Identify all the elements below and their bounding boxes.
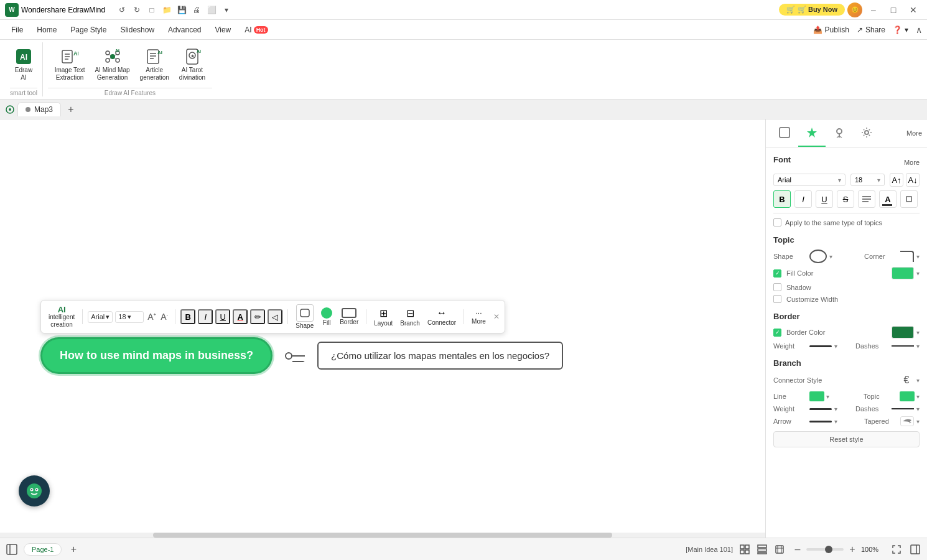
canvas[interactable]: AI intelligentcreation Arial ▾ 18 ▾ A+ A… bbox=[0, 119, 765, 538]
border-color-checkbox[interactable]: ✓ bbox=[773, 329, 781, 337]
font-selector[interactable]: Arial ▾ bbox=[88, 311, 113, 323]
font-size-up-button[interactable]: A+ bbox=[146, 312, 157, 322]
canvas-scrollbar[interactable] bbox=[0, 533, 765, 538]
dashes-selector[interactable]: ▾ bbox=[892, 343, 920, 350]
panel-italic-button[interactable]: I bbox=[794, 190, 812, 208]
zoom-minus-button[interactable]: – bbox=[791, 543, 804, 556]
zoom-plus-button[interactable]: + bbox=[846, 543, 859, 556]
edraw-ai-button[interactable]: AI EdrawAI bbox=[11, 45, 36, 84]
italic-button[interactable]: I bbox=[198, 309, 213, 324]
fill-button[interactable]: Fill bbox=[319, 306, 335, 327]
robot-assistant-button[interactable] bbox=[19, 475, 50, 506]
undo-button[interactable]: ↺ bbox=[115, 3, 129, 17]
panel-bold-button[interactable]: B bbox=[773, 190, 791, 208]
help-button[interactable]: ❓ ▾ bbox=[893, 26, 908, 34]
toolbar-close-button[interactable]: ✕ bbox=[493, 312, 500, 321]
panel-font-size-up[interactable]: A↑ bbox=[890, 173, 903, 187]
panel-underline-button[interactable]: U bbox=[816, 190, 833, 208]
mind-map-gen-button[interactable]: AI AI Mind MapGeneration bbox=[91, 45, 133, 84]
panel-align-button[interactable] bbox=[858, 190, 875, 208]
scrollbar-thumb[interactable] bbox=[153, 533, 612, 538]
print-button[interactable]: 🖨 bbox=[190, 3, 203, 17]
tab-add-button[interactable]: + bbox=[63, 102, 78, 117]
main-node[interactable]: How to use mind maps in business? bbox=[40, 337, 273, 374]
collapse-ribbon-button[interactable]: ∧ bbox=[916, 25, 922, 35]
highlight-button[interactable]: ✏ bbox=[250, 309, 265, 324]
article-gen-button[interactable]: AI Articlegeneration bbox=[136, 45, 173, 84]
underline-button[interactable]: U bbox=[215, 309, 230, 324]
panel-tab-shape[interactable] bbox=[771, 119, 798, 147]
share-button[interactable]: ↗ Share bbox=[857, 26, 885, 34]
shape-button[interactable]: Shape bbox=[293, 303, 316, 330]
corner-selector[interactable]: ▾ bbox=[900, 251, 920, 262]
font-size-selector[interactable]: 18 ▾ bbox=[115, 311, 144, 323]
menu-file[interactable]: File bbox=[5, 23, 29, 37]
ai-creation-button[interactable]: AI intelligentcreation bbox=[46, 304, 77, 330]
fullscreen-button[interactable] bbox=[890, 543, 903, 556]
border-button[interactable]: Border bbox=[337, 307, 361, 327]
menu-home[interactable]: Home bbox=[30, 23, 63, 37]
arrow-selector[interactable]: ▾ bbox=[809, 418, 837, 425]
menu-page-style[interactable]: Page Style bbox=[64, 23, 113, 37]
menu-advanced[interactable]: Advanced bbox=[162, 23, 207, 37]
grid-view-button[interactable] bbox=[738, 543, 752, 556]
reset-style-button[interactable]: Reset style bbox=[773, 431, 920, 447]
tab-map3[interactable]: Map3 bbox=[17, 102, 61, 116]
panel-more-label[interactable]: More bbox=[906, 119, 922, 147]
maximize-button[interactable]: □ bbox=[885, 1, 902, 19]
zoom-slider-thumb[interactable] bbox=[825, 546, 832, 553]
panel-font-dropdown[interactable]: Arial ▾ bbox=[773, 174, 845, 186]
panel-tab-geo[interactable] bbox=[826, 119, 853, 147]
border-color-swatch[interactable] bbox=[892, 326, 914, 338]
border-color-arrow[interactable]: ▾ bbox=[916, 329, 920, 336]
panel-tab-ai[interactable] bbox=[798, 119, 826, 147]
topic-color-selector[interactable]: ▾ bbox=[900, 391, 920, 401]
fill-color-arrow[interactable]: ▾ bbox=[916, 270, 920, 277]
publish-button[interactable]: 📤 Publish bbox=[813, 26, 849, 34]
weight-selector[interactable]: ▾ bbox=[809, 343, 837, 350]
menu-ai[interactable]: AI Hot bbox=[238, 23, 274, 37]
new-button[interactable]: □ bbox=[145, 3, 159, 17]
secondary-node[interactable]: ¿Cómo utilizar los mapas mentales en los… bbox=[317, 342, 563, 370]
shape-selector[interactable]: ▾ bbox=[809, 250, 832, 263]
customize-width-checkbox[interactable] bbox=[773, 295, 781, 303]
apply-same-type-checkbox[interactable] bbox=[773, 218, 781, 226]
connector-button[interactable]: ↔ Connector bbox=[425, 306, 459, 327]
tapered-selector[interactable]: ▾ bbox=[900, 416, 920, 426]
tarot-button[interactable]: ★ AI AI Tarotdivination bbox=[175, 45, 209, 84]
list-view-button[interactable] bbox=[755, 543, 769, 556]
branch-dashes-selector[interactable]: ▾ bbox=[892, 406, 920, 413]
font-more-button[interactable]: More bbox=[904, 159, 920, 166]
minimize-button[interactable]: – bbox=[865, 1, 882, 19]
menu-view[interactable]: View bbox=[208, 23, 237, 37]
layout-toggle-button[interactable] bbox=[908, 543, 922, 556]
page-add-button[interactable]: + bbox=[67, 543, 80, 556]
connector-style-selector[interactable]: € ▾ bbox=[899, 373, 920, 388]
bold-button[interactable]: B bbox=[180, 309, 195, 324]
font-size-down-button[interactable]: A- bbox=[159, 312, 170, 322]
panel-font-size-down[interactable]: A↓ bbox=[906, 173, 920, 187]
zoom-slider[interactable] bbox=[806, 548, 844, 551]
image-text-extraction-button[interactable]: AI Image TextExtraction bbox=[51, 45, 89, 84]
panel-text-color-button[interactable] bbox=[900, 190, 918, 208]
more-button[interactable]: ··· More bbox=[469, 307, 488, 326]
font-color-button[interactable]: A bbox=[233, 309, 248, 324]
buy-now-button[interactable]: 🛒 🛒 Buy Now bbox=[779, 4, 845, 16]
panel-font-size-dropdown[interactable]: 18 ▾ bbox=[850, 174, 885, 186]
open-button[interactable]: 📁 bbox=[160, 3, 174, 17]
panel-font-color-button[interactable]: A bbox=[879, 190, 897, 208]
more-quick-button[interactable]: ▾ bbox=[220, 3, 233, 17]
fill-color-checkbox[interactable]: ✓ bbox=[773, 269, 781, 278]
save-button[interactable]: 💾 bbox=[175, 3, 189, 17]
shadow-checkbox[interactable] bbox=[773, 283, 781, 291]
layout-button[interactable]: ⊞ Layout bbox=[371, 306, 395, 328]
export-button[interactable]: ⬜ bbox=[205, 3, 218, 17]
redo-button[interactable]: ↻ bbox=[130, 3, 144, 17]
toggle-panel-button[interactable] bbox=[5, 543, 19, 556]
page-tab-page1[interactable]: Page-1 bbox=[24, 543, 62, 556]
fill-color-swatch[interactable] bbox=[892, 267, 914, 279]
user-avatar[interactable]: 😊 bbox=[847, 2, 862, 17]
panel-tab-settings[interactable] bbox=[853, 119, 880, 147]
panel-strikethrough-button[interactable]: S bbox=[837, 190, 854, 208]
line-color-selector[interactable]: ▾ bbox=[809, 391, 829, 401]
